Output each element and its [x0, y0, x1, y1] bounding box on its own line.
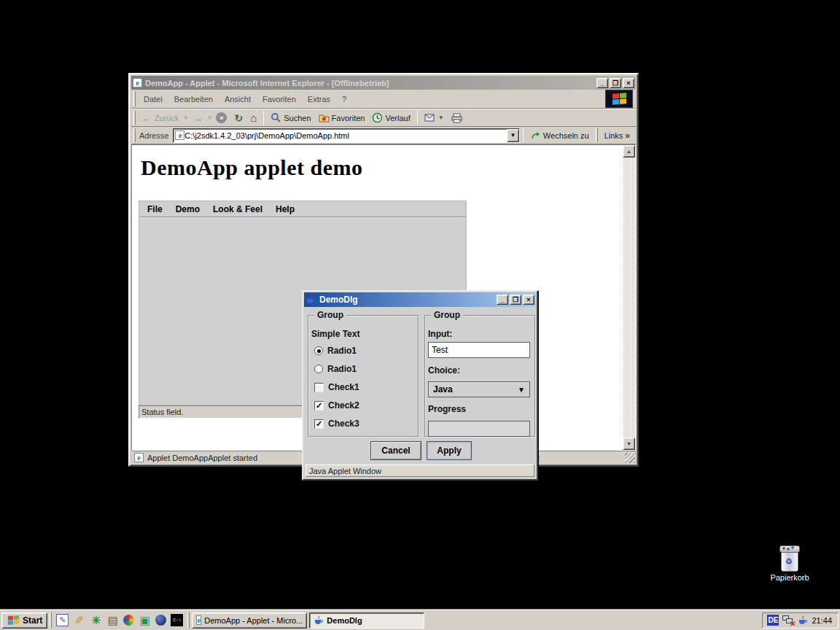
mail-button[interactable]: ▼ — [421, 112, 448, 124]
check2-label: Check2 — [328, 400, 359, 411]
language-indicator[interactable]: DE — [767, 615, 779, 626]
dialog-titlebar[interactable]: DemoDlg _ ❐ × — [304, 292, 536, 307]
address-label: Adresse — [139, 131, 168, 140]
progress-bar — [428, 421, 530, 437]
radio1-option[interactable]: Radio1 — [314, 346, 357, 356]
links-chevron-icon[interactable]: » — [625, 131, 630, 141]
check1-option[interactable]: ✓ Check1 — [314, 382, 359, 392]
menubar-grip[interactable] — [133, 92, 136, 106]
addressbar-grip[interactable] — [133, 128, 136, 141]
toolbar-grip[interactable] — [133, 111, 136, 124]
radio-unselected-icon[interactable] — [314, 365, 323, 373]
mail-dropdown-icon[interactable]: ▼ — [438, 114, 444, 121]
vertical-scrollbar[interactable]: ▲ ▼ — [623, 145, 635, 450]
search-icon — [271, 112, 281, 123]
applet-menu-file[interactable]: File — [141, 204, 169, 214]
radio-selected-icon[interactable] — [314, 346, 323, 355]
scroll-up-icon[interactable]: ▲ — [623, 145, 635, 158]
start-flag-icon — [8, 615, 19, 625]
green-monitor-icon[interactable]: ▣ — [139, 614, 151, 626]
ie-window-title: DemoApp - Applet - Microsoft Internet Ex… — [145, 79, 595, 88]
applet-menu-lookfeel[interactable]: Look & Feel — [206, 204, 269, 214]
color-wheel-icon[interactable] — [123, 615, 134, 626]
dialog-minimize-button[interactable]: _ — [497, 295, 508, 305]
back-button[interactable]: ← Zurück — [138, 112, 183, 125]
favorites-button[interactable]: ✱ Favoriten — [315, 111, 369, 125]
task-button-demodlg[interactable]: DemoDlg — [309, 612, 424, 629]
address-separator — [523, 128, 524, 141]
tasks-grip[interactable] — [187, 612, 190, 629]
dialog-maximize-button[interactable]: ❐ — [510, 295, 521, 305]
home-icon: ⌂ — [250, 112, 257, 124]
print-button[interactable] — [448, 112, 467, 125]
maximize-button[interactable]: ❐ — [610, 78, 621, 88]
menu-datei[interactable]: Datei — [138, 93, 168, 106]
checkbox-checked-icon-2[interactable]: ✓ — [314, 419, 324, 429]
refresh-icon: ↻ — [234, 112, 243, 124]
applet-menu-demo[interactable]: Demo — [169, 204, 206, 214]
svg-text:✱: ✱ — [322, 116, 327, 122]
go-button[interactable]: Wechseln zu — [526, 131, 594, 140]
stop-icon: × — [216, 112, 227, 123]
recycle-bin-desktop-icon[interactable]: ♻ Papierkorb — [763, 545, 817, 582]
menu-bearbeiten[interactable]: Bearbeiten — [168, 93, 219, 106]
resize-grip[interactable] — [625, 453, 635, 463]
back-dropdown-icon[interactable]: ▼ — [183, 114, 189, 121]
ie-titlebar[interactable]: e DemoApp - Applet - Microsoft Internet … — [131, 76, 636, 90]
history-button[interactable]: Verlauf — [368, 111, 413, 125]
status-message: Applet DemoAppApplet started — [147, 454, 257, 462]
forward-dropdown-icon[interactable]: ▼ — [207, 114, 213, 121]
task-button-demoapp[interactable]: e DemoApp - Applet - Micro... — [192, 612, 307, 629]
refresh-button[interactable]: ↻ — [230, 111, 246, 125]
menu-favoriten[interactable]: Favoriten — [257, 93, 302, 106]
check1-label: Check1 — [328, 382, 359, 392]
combo-arrow-icon[interactable]: ▼ — [518, 386, 525, 394]
menu-extras[interactable]: Extras — [302, 93, 336, 106]
address-input[interactable] — [184, 130, 506, 141]
links-bar[interactable]: Links » — [600, 131, 634, 141]
quicklaunch-grip[interactable] — [50, 612, 52, 629]
dialog-close-button[interactable]: × — [523, 295, 534, 305]
tray-java-cup-icon[interactable] — [798, 615, 808, 626]
menu-ansicht[interactable]: Ansicht — [219, 93, 257, 106]
input-field[interactable] — [428, 342, 530, 358]
address-dropdown-icon[interactable]: ▼ — [507, 129, 519, 142]
left-group-box: Group Simple Text Radio1 Radio1 ✓ Check1… — [308, 315, 419, 437]
search-button[interactable]: Suchen — [267, 111, 314, 125]
dos-prompt-icon[interactable]: C:\ — [171, 614, 183, 626]
start-button[interactable]: Start — [1, 612, 47, 629]
links-grip[interactable] — [596, 128, 598, 141]
radio1-label: Radio1 — [327, 346, 357, 356]
windows-flag-icon — [612, 93, 626, 104]
applet-menu-help[interactable]: Help — [269, 204, 301, 214]
stop-button[interactable]: × — [212, 111, 230, 125]
choice-combobox[interactable]: Java ▼ — [428, 381, 530, 397]
forward-button[interactable]: → — [189, 112, 207, 125]
document-edit-icon[interactable]: ✎ — [56, 614, 69, 626]
tray-clock[interactable]: 21:44 — [812, 616, 832, 625]
green-burst-icon[interactable]: ✳ — [90, 614, 102, 626]
apply-button[interactable]: Apply — [427, 441, 472, 460]
minimize-button[interactable]: _ — [596, 78, 608, 88]
scroll-down-icon[interactable]: ▼ — [623, 438, 635, 450]
home-button[interactable]: ⌂ — [246, 110, 260, 125]
close-button[interactable]: × — [623, 78, 634, 88]
checkbox-checked-icon[interactable]: ✓ — [314, 401, 324, 411]
progress-label: Progress — [428, 404, 466, 414]
address-book-icon[interactable]: ▤ — [106, 614, 119, 626]
history-label: Verlauf — [385, 114, 410, 122]
radio2-option[interactable]: Radio1 — [314, 364, 357, 374]
address-field[interactable]: e ▼ — [173, 128, 519, 143]
sign-pen-icon[interactable]: ✎ — [73, 614, 85, 626]
blue-globe-icon[interactable] — [155, 615, 166, 626]
task-demoapp-label: DemoApp - Applet - Micro... — [204, 616, 303, 625]
check3-option[interactable]: ✓ Check3 — [314, 419, 359, 429]
check2-option[interactable]: ✓ Check2 — [314, 400, 359, 411]
menu-help[interactable]: ? — [336, 93, 352, 106]
favorites-folder-icon: ✱ — [319, 112, 330, 123]
recycle-bin-label: Papierkorb — [763, 573, 817, 582]
network-disconnected-icon[interactable]: ✕ — [782, 615, 794, 626]
cancel-button[interactable]: Cancel — [370, 441, 421, 460]
checkbox-unchecked-icon[interactable]: ✓ — [314, 383, 324, 392]
search-label: Suchen — [284, 114, 311, 122]
